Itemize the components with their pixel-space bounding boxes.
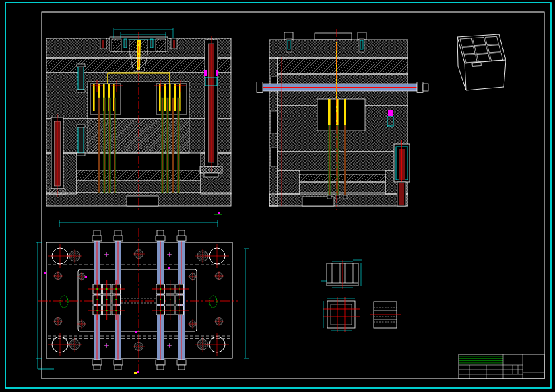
cavity-insert-left bbox=[90, 84, 121, 114]
detail-views bbox=[321, 260, 401, 332]
section-view-b-b bbox=[257, 29, 428, 210]
section-view-a-a bbox=[46, 28, 231, 210]
mold-assembly-drawing bbox=[0, 0, 555, 392]
cavity-insert-right bbox=[156, 84, 187, 114]
runner-trace bbox=[121, 298, 157, 303]
detail-slide-block bbox=[370, 302, 401, 328]
isometric-part-view bbox=[457, 34, 506, 90]
cavity-grid-left bbox=[88, 280, 125, 320]
title-block bbox=[459, 354, 544, 379]
detail-insert-plan bbox=[323, 297, 360, 332]
locating-marks bbox=[44, 212, 222, 374]
cavity-grid-right bbox=[152, 280, 189, 320]
plan-view bbox=[36, 212, 249, 374]
cad-canvas bbox=[0, 0, 555, 392]
revision-lines bbox=[459, 356, 503, 363]
guide-pillar bbox=[49, 114, 65, 197]
cooling-channels bbox=[48, 265, 231, 339]
core-pull-bar bbox=[257, 82, 428, 93]
detail-core-section bbox=[321, 260, 362, 289]
